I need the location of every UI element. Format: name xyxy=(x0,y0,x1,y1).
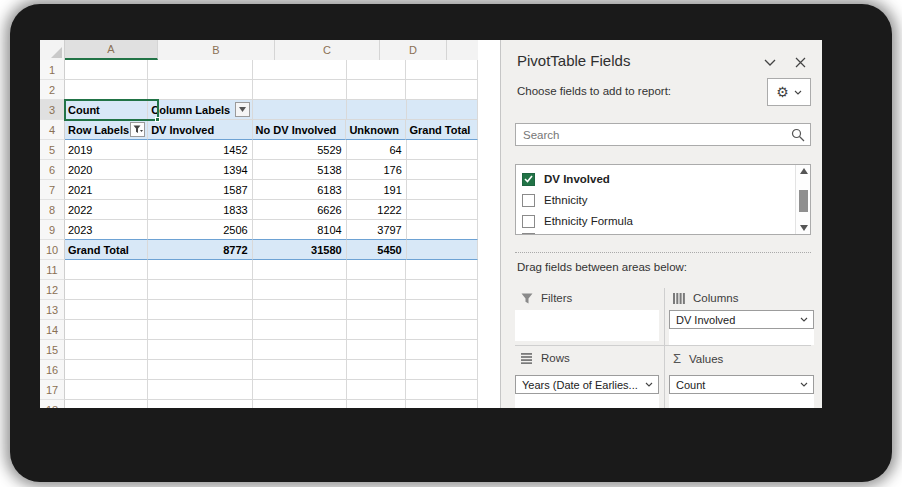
columns-drop-zone[interactable]: DV Involved xyxy=(669,310,814,345)
cell-E13[interactable] xyxy=(406,300,478,320)
field-item-partial[interactable] xyxy=(522,231,535,235)
cell-C8[interactable]: 6626 xyxy=(253,200,347,220)
cell-A17[interactable] xyxy=(65,380,148,400)
cell-A8[interactable]: 2022 xyxy=(65,200,148,220)
row-header-15[interactable]: 15 xyxy=(40,340,65,360)
cell-E2[interactable] xyxy=(406,80,478,100)
cell-E7[interactable] xyxy=(407,180,478,200)
cell-B8[interactable]: 1833 xyxy=(148,200,253,220)
cell-A16[interactable] xyxy=(65,360,148,380)
cell-A2[interactable] xyxy=(65,80,148,100)
row-header-5[interactable]: 5 xyxy=(40,140,65,160)
cell-E8[interactable] xyxy=(407,200,478,220)
cell-A18[interactable] xyxy=(65,400,148,408)
cell-A9[interactable]: 2023 xyxy=(65,220,148,240)
cell-D13[interactable] xyxy=(347,300,407,320)
row-header-18[interactable]: 18 xyxy=(40,400,65,408)
cell-A3[interactable]: Count xyxy=(65,100,148,120)
cell-B10[interactable]: 8772 xyxy=(148,240,253,260)
cell-B18[interactable] xyxy=(148,400,253,408)
row-header-16[interactable]: 16 xyxy=(40,360,65,380)
cell-A12[interactable] xyxy=(65,280,148,300)
cell-B9[interactable]: 2506 xyxy=(148,220,253,240)
cell-C6[interactable]: 5138 xyxy=(253,160,347,180)
cell-B13[interactable] xyxy=(148,300,253,320)
unchecked-checkbox[interactable] xyxy=(522,233,535,236)
row-header-4[interactable]: 4 xyxy=(40,120,65,140)
pane-options-chevron-icon[interactable] xyxy=(761,54,779,70)
cell-D10[interactable]: 5450 xyxy=(347,240,407,260)
cell-C5[interactable]: 5529 xyxy=(253,140,347,160)
cell-D1[interactable] xyxy=(347,60,407,80)
cell-B11[interactable] xyxy=(148,260,253,280)
cell-E18[interactable] xyxy=(406,400,478,408)
cell-C9[interactable]: 8104 xyxy=(253,220,347,240)
unchecked-checkbox[interactable] xyxy=(522,215,535,228)
rows-field-dropdown[interactable]: Years (Date of Earlies... xyxy=(515,375,659,394)
cell-E12[interactable] xyxy=(406,280,478,300)
cell-A11[interactable] xyxy=(65,260,148,280)
cell-B16[interactable] xyxy=(148,360,253,380)
rows-drop-zone[interactable]: Years (Date of Earlies... xyxy=(515,375,659,408)
row-header-12[interactable]: 12 xyxy=(40,280,65,300)
cell-C1[interactable] xyxy=(253,60,347,80)
select-all-corner[interactable] xyxy=(40,40,65,60)
cell-B12[interactable] xyxy=(148,280,253,300)
cell-B15[interactable] xyxy=(148,340,253,360)
column-labels-dropdown-button[interactable] xyxy=(235,102,250,117)
row-header-17[interactable]: 17 xyxy=(40,380,65,400)
cell-B17[interactable] xyxy=(148,380,253,400)
search-input[interactable] xyxy=(515,123,811,146)
cell-E17[interactable] xyxy=(406,380,478,400)
cell-D15[interactable] xyxy=(347,340,407,360)
cell-C7[interactable]: 6183 xyxy=(253,180,347,200)
cell-A10[interactable]: Grand Total xyxy=(65,240,148,260)
field-item-ethnicity-formula[interactable]: Ethnicity Formula xyxy=(522,213,633,229)
row-labels-filter-button[interactable] xyxy=(130,122,145,137)
cell-B4[interactable]: DV Involved xyxy=(148,120,252,140)
cell-D18[interactable] xyxy=(347,400,407,408)
field-list-scrollbar[interactable] xyxy=(795,165,810,234)
cell-C3[interactable] xyxy=(253,100,347,120)
values-drop-zone[interactable]: Count xyxy=(669,375,814,408)
list-scrollbar-thumb[interactable] xyxy=(799,190,808,212)
cell-E1[interactable] xyxy=(406,60,478,80)
cell-A7[interactable]: 2021 xyxy=(65,180,148,200)
column-header-E[interactable] xyxy=(447,40,478,60)
cell-A1[interactable] xyxy=(65,60,148,80)
list-scroll-up-icon[interactable] xyxy=(796,165,811,177)
column-header-D[interactable]: D xyxy=(380,40,447,60)
cell-E15[interactable] xyxy=(406,340,478,360)
row-header-3[interactable]: 3 xyxy=(40,100,65,120)
row-header-7[interactable]: 7 xyxy=(40,180,65,200)
cell-E11[interactable] xyxy=(406,260,478,280)
cell-E6[interactable] xyxy=(407,160,478,180)
cell-B7[interactable]: 1587 xyxy=(148,180,253,200)
checked-checkbox[interactable] xyxy=(522,173,535,186)
cell-E4[interactable]: Grand Total xyxy=(406,120,478,140)
field-item-dv-involved[interactable]: DV Involved xyxy=(522,171,610,187)
cell-D12[interactable] xyxy=(347,280,407,300)
column-header-C[interactable]: C xyxy=(275,40,380,60)
column-header-B[interactable]: B xyxy=(158,40,275,60)
row-header-2[interactable]: 2 xyxy=(40,80,65,100)
columns-field-dropdown[interactable]: DV Involved xyxy=(669,310,814,329)
cell-C2[interactable] xyxy=(253,80,347,100)
cell-D17[interactable] xyxy=(347,380,407,400)
row-header-13[interactable]: 13 xyxy=(40,300,65,320)
cell-B1[interactable] xyxy=(148,60,253,80)
cell-B6[interactable]: 1394 xyxy=(148,160,253,180)
filters-drop-zone[interactable] xyxy=(515,310,659,341)
column-header-A[interactable]: A xyxy=(65,40,158,60)
values-field-dropdown[interactable]: Count xyxy=(669,375,814,394)
cell-A13[interactable] xyxy=(65,300,148,320)
cell-A14[interactable] xyxy=(65,320,148,340)
cell-C10[interactable]: 31580 xyxy=(253,240,347,260)
cell-D6[interactable]: 176 xyxy=(347,160,407,180)
cell-C14[interactable] xyxy=(253,320,347,340)
row-header-14[interactable]: 14 xyxy=(40,320,65,340)
cell-E10[interactable] xyxy=(407,240,478,260)
cell-C18[interactable] xyxy=(253,400,347,408)
cell-C4[interactable]: No DV Involved xyxy=(253,120,347,140)
row-header-1[interactable]: 1 xyxy=(40,60,65,80)
